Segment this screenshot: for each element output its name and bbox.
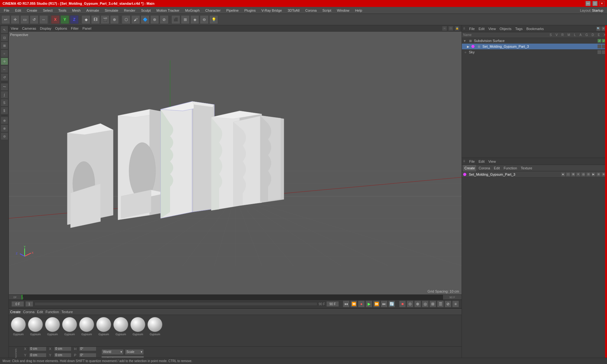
am-tab-view[interactable]: View [487,160,497,163]
y-size-input[interactable] [54,353,71,357]
menu-create[interactable]: Create [24,8,40,13]
p-input[interactable] [79,353,96,357]
mat-tab-texture[interactable]: Texture [61,310,73,314]
menu-vraybridge[interactable]: V-Ray Bridge [259,8,285,13]
play-opt-7[interactable]: ⊘ [445,300,451,307]
menu-edit[interactable]: Edit [13,8,24,13]
om-tab-bookmarks[interactable]: Bookmarks [525,27,545,31]
menu-select[interactable]: Select [40,8,55,13]
model-mode[interactable]: ◆ [82,15,90,24]
cube-tool[interactable]: ⬡ [122,15,131,24]
prev-frame-btn[interactable]: ⏪ [350,300,357,307]
attr-tab-function[interactable]: Function [502,165,518,171]
menu-motiontracker[interactable]: Motion Tracker [154,8,182,13]
rotate-view[interactable]: ↺ [30,15,39,24]
attr-icon-5[interactable]: ◎ [581,172,586,177]
minimize-button[interactable]: — [586,1,591,6]
x-pos-input[interactable] [29,347,46,351]
mat-tab-edit[interactable]: Edit [37,310,43,314]
material-9[interactable]: Gypsum [147,317,162,344]
timeline-scrubber[interactable] [34,302,317,306]
material-7[interactable]: Gypsum [113,317,128,344]
loop-btn[interactable]: 🔄 [388,300,395,307]
om-tab-tags[interactable]: Tags [514,27,524,31]
vp-tab-view[interactable]: View [11,27,18,30]
symmetry-tool[interactable]: ⊖ [200,15,209,24]
vp-tab-display[interactable]: Display [40,27,51,30]
paint-tool[interactable]: 🖌 [131,15,140,24]
y-pos-input[interactable] [29,353,46,357]
am-tab-file[interactable]: File [468,160,476,163]
mat-tab-corona[interactable]: Corona [23,310,34,314]
obj-row-gypsum[interactable]: ▶ ⊞ Set_Molding_Gypsum_Part_3 [462,44,607,49]
texture-tool[interactable]: 🔷 [141,15,150,24]
lt-dollar[interactable]: $ [1,107,8,114]
expand-icon-subdivision[interactable]: ▼ [463,39,466,43]
x-axis-btn[interactable]: X [51,15,60,24]
scale-dropdown[interactable]: Scale ▾ [125,349,144,355]
move-tool[interactable]: ✛ [11,15,20,24]
current-frame-input[interactable] [11,301,24,307]
menu-mograph[interactable]: MoGraph [182,8,202,13]
om-tab-objects[interactable]: Objects [498,27,512,31]
lt-scale[interactable]: ↔ [1,65,8,73]
vp-tab-panel[interactable]: Panel [83,27,91,30]
om-search-icon[interactable]: 🔍 [596,27,601,31]
lt-select-live[interactable]: ⊡ [1,34,8,41]
vp-expand-btn[interactable]: ↔ [442,26,447,31]
vp-tab-filter[interactable]: Filter [71,27,78,30]
menu-render[interactable]: Render [121,8,138,13]
timeline-ruler[interactable]: 0F 0 90 F [9,294,462,300]
render-btn[interactable]: 🎬 [101,15,109,24]
material-4[interactable]: Gypsum [62,317,77,344]
menu-3dtoall[interactable]: 3DToAll [285,8,302,13]
om-tab-view[interactable]: View [487,27,497,31]
mat-tab-function[interactable]: Function [46,310,59,314]
attr-tab-edit[interactable]: Edit [493,165,501,171]
lt-magnet[interactable]: S [1,99,8,106]
obj-row-subdivision[interactable]: ▼ ⊞ Subdivision Surface ✓ ✓ [462,38,607,44]
attr-icon-2[interactable]: □ [566,172,570,177]
film-strip-btn[interactable]: 🎞 [91,15,100,24]
close-button[interactable]: ✕ [599,1,604,6]
obj-visibility-1[interactable]: ✓ [598,39,601,43]
render-region[interactable]: ⊕ [110,15,119,24]
material-1[interactable]: Gypsum [11,317,26,344]
menu-simulate[interactable]: Simulate [102,8,121,13]
lt-spline[interactable]: 〜 [1,83,8,91]
timeline-track[interactable]: 0 [21,295,443,300]
attr-icon-6[interactable]: ⊙ [586,172,591,177]
attr-icon-3[interactable]: ⊞ [571,172,575,177]
lt-select-circle[interactable]: ○ [1,50,8,57]
attr-icon-4[interactable]: ≡ [576,172,580,177]
vp-tab-options[interactable]: Options [55,27,67,30]
lt-select-rect[interactable]: ⊞ [1,42,8,49]
menu-plugins[interactable]: Plugins [242,8,258,13]
vp-lock-btn[interactable]: 🔒 [455,26,460,31]
undo-button[interactable]: ↩ [1,15,10,24]
x-size-input[interactable] [54,347,71,351]
lt-move[interactable]: ✛ [1,58,8,65]
lt-brush[interactable]: ⊕ [1,117,8,124]
jump-start-btn[interactable]: ⏮ [343,300,350,307]
obj-gypsum-v1[interactable] [598,45,601,48]
menu-animate[interactable]: Animate [84,8,101,13]
material-2[interactable]: Gypsum [28,317,43,344]
play-opt-1[interactable]: ■ [399,300,406,307]
play-opt-2[interactable]: ⊙ [407,300,414,307]
z-axis-btn[interactable]: Z [70,15,79,24]
snap-tool[interactable]: ⊛ [150,15,159,24]
play-opt-6[interactable]: ☰ [437,300,444,307]
obj-sky-v1[interactable] [598,50,601,54]
max-frame-input[interactable] [326,301,339,307]
play-opt-5[interactable]: ⊞ [429,300,436,307]
play-opt-8[interactable]: ≡ [452,300,459,307]
menu-tools[interactable]: Tools [56,8,69,13]
menu-file[interactable]: File [1,8,12,13]
play-btn[interactable]: ▶ [365,300,372,307]
menu-sculpt[interactable]: Sculpt [138,8,153,13]
layout-preset[interactable]: Startup [592,9,603,12]
material-3[interactable]: Gypsum [45,317,60,344]
menu-help[interactable]: Help [353,8,365,13]
obj-row-sky[interactable]: ○ Sky [462,49,607,55]
